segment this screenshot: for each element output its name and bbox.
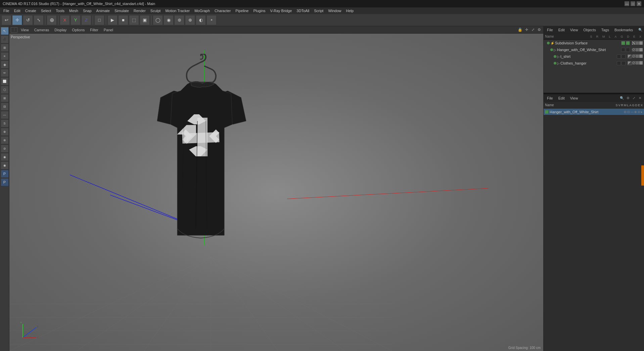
undo-btn[interactable]: ↩ xyxy=(1,15,11,25)
obj-menu-objects[interactable]: Objects xyxy=(581,27,598,33)
menu-simulate[interactable]: Simulate xyxy=(112,8,131,13)
viewport[interactable]: Perspective Z X Y Grid Spacing: 100 cm xyxy=(9,34,543,351)
attr-search-icon[interactable]: 🔍 xyxy=(619,95,625,101)
obj-menu-edit[interactable]: Edit xyxy=(556,27,567,33)
render-to[interactable]: ▣ xyxy=(140,15,150,25)
minimize-btn[interactable]: — xyxy=(625,1,629,6)
rotate-tool[interactable]: ↺ xyxy=(23,15,33,25)
vp-menu-cameras[interactable]: Cameras xyxy=(32,27,51,33)
title-bar-controls[interactable]: — □ ✕ xyxy=(625,1,641,6)
menu-edit[interactable]: Edit xyxy=(12,8,22,13)
left-tool-python1[interactable]: P xyxy=(1,170,9,178)
y-axis-lock[interactable]: Y xyxy=(71,15,81,25)
left-tool-paint[interactable]: ◉ xyxy=(1,161,9,169)
vp-expand-icon[interactable]: ⤢ xyxy=(530,27,536,33)
snap-tool[interactable]: ⊕ xyxy=(185,15,195,25)
menu-window[interactable]: Window xyxy=(326,8,343,13)
move-tool[interactable]: ✛ xyxy=(12,15,22,25)
select-tool[interactable]: ◯ xyxy=(153,15,163,25)
menu-create[interactable]: Create xyxy=(23,8,38,13)
cb-vis-ch[interactable] xyxy=(617,61,621,65)
attr-menu-view[interactable]: View xyxy=(568,95,580,101)
render-all[interactable]: ⬚ xyxy=(129,15,139,25)
left-tool-cursor[interactable]: ↖ xyxy=(1,27,9,35)
left-tool-checker[interactable]: ⊞ xyxy=(1,44,9,52)
menu-help[interactable]: Help xyxy=(344,8,356,13)
x-axis-lock[interactable]: X xyxy=(60,15,70,25)
vp-lock-icon[interactable]: 🔒 xyxy=(517,27,523,33)
cb-render[interactable] xyxy=(626,41,630,45)
vp-settings-icon[interactable]: ⚙ xyxy=(537,27,542,33)
render-active[interactable]: ⊕ xyxy=(47,15,57,25)
z-axis-lock[interactable]: Z xyxy=(81,15,91,25)
obj-item-clothes-hanger[interactable]: ▷ Clothes_hanger xyxy=(544,60,644,67)
menu-vray[interactable]: V-Ray Bridge xyxy=(268,8,294,13)
left-tool-rigging[interactable]: ⊘ xyxy=(1,145,9,153)
render-btn[interactable]: ■ xyxy=(118,15,128,25)
orange-tab[interactable] xyxy=(641,165,644,186)
vp-menu-view[interactable]: View xyxy=(19,27,31,33)
left-tool-cube[interactable]: ⬜ xyxy=(1,77,9,85)
menu-animate[interactable]: Animate xyxy=(94,8,112,13)
menu-render[interactable]: Render xyxy=(132,8,148,13)
cb-vis-tshirt[interactable] xyxy=(617,54,621,58)
left-tool-poly[interactable]: ⬛ xyxy=(1,35,9,43)
obj-menu-bookmarks[interactable]: Bookmarks xyxy=(612,27,635,33)
menu-mograph[interactable]: MoGraph xyxy=(192,8,212,13)
cb-rend-ch[interactable] xyxy=(622,61,626,65)
menu-3dtoall[interactable]: 3DToAll xyxy=(294,8,311,13)
left-tool-python2[interactable]: P xyxy=(1,178,9,186)
left-tool-nurbs[interactable]: ⊞ xyxy=(1,94,9,102)
attr-settings-icon[interactable]: ⚙ xyxy=(625,95,631,101)
left-tool-sphere[interactable]: ⬡ xyxy=(1,86,9,94)
left-tool-hair[interactable]: ⊗ xyxy=(1,136,9,144)
menu-pipeline[interactable]: Pipeline xyxy=(233,8,250,13)
scale-tool[interactable]: ⤡ xyxy=(34,15,44,25)
search-icon[interactable]: 🔍 xyxy=(638,27,643,33)
close-btn[interactable]: ✕ xyxy=(637,1,641,6)
attr-item-hanger[interactable]: Hanger_with_Off_White_Shirt ⊟ ⊡ ― ⊕ ⊙ ▸ xyxy=(544,109,644,115)
obj-menu-file[interactable]: File xyxy=(545,27,555,33)
menu-select[interactable]: Select xyxy=(39,8,53,13)
cb-visible-hanger[interactable] xyxy=(621,48,625,52)
vp-menu-filter[interactable]: Filter xyxy=(88,27,100,33)
left-tool-layers[interactable]: ≡ xyxy=(1,52,9,60)
snap2-tool[interactable]: ◐ xyxy=(196,15,206,25)
attr-menu-file[interactable]: File xyxy=(545,95,555,101)
obj-item-tshirt[interactable]: ▷ t_shirt xyxy=(544,53,644,60)
vp-menu-options[interactable]: Options xyxy=(70,27,87,33)
menu-plugins[interactable]: Plugins xyxy=(251,8,267,13)
magnet-tool[interactable]: ⊛ xyxy=(174,15,184,25)
vp-menu-display[interactable]: Display xyxy=(52,27,68,33)
menu-character[interactable]: Character xyxy=(213,8,233,13)
left-tool-mograph[interactable]: ⊕ xyxy=(1,128,9,136)
menu-file[interactable]: File xyxy=(1,8,11,13)
hair-tool[interactable]: ⁍ xyxy=(206,15,217,25)
left-tool-deform[interactable]: ⊟ xyxy=(1,103,9,111)
maximize-btn[interactable]: □ xyxy=(631,1,635,6)
attr-expand-icon[interactable]: ⤢ xyxy=(631,95,637,101)
menu-script[interactable]: Script xyxy=(312,8,325,13)
obj-item-subdivision[interactable]: ⚡ Subdivision Surface xyxy=(544,40,644,46)
attr-close-icon[interactable]: ✕ xyxy=(637,95,643,101)
vp-plus-icon[interactable]: ✛ xyxy=(524,27,529,33)
left-tool-pen[interactable]: ✏ xyxy=(1,69,9,77)
cb-rend-tshirt[interactable] xyxy=(622,54,626,58)
menu-motiontracker[interactable]: Motion Tracker xyxy=(163,8,192,13)
camera-btn[interactable]: ▶ xyxy=(107,15,118,25)
left-tool-material[interactable]: S xyxy=(1,119,9,127)
attr-menu-edit[interactable]: Edit xyxy=(556,95,567,101)
menu-mesh[interactable]: Mesh xyxy=(67,8,80,13)
obj-item-hanger-root[interactable]: ▷ Hanger_with_Off_White_Shirt xyxy=(544,46,644,53)
obj-menu-tags[interactable]: Tags xyxy=(599,27,611,33)
obj-menu-view[interactable]: View xyxy=(568,27,580,33)
menu-snap[interactable]: Snap xyxy=(81,8,94,13)
select2-tool[interactable]: ◉ xyxy=(164,15,174,25)
menu-sculpt[interactable]: Sculpt xyxy=(148,8,163,13)
object-mode[interactable]: □ xyxy=(94,15,104,25)
cb-visible[interactable] xyxy=(621,41,625,45)
menu-tools[interactable]: Tools xyxy=(54,8,66,13)
cb-render-hanger[interactable] xyxy=(626,48,630,52)
left-tool-scene[interactable]: ― xyxy=(1,111,9,119)
left-tool-shape[interactable]: ◈ xyxy=(1,61,9,69)
